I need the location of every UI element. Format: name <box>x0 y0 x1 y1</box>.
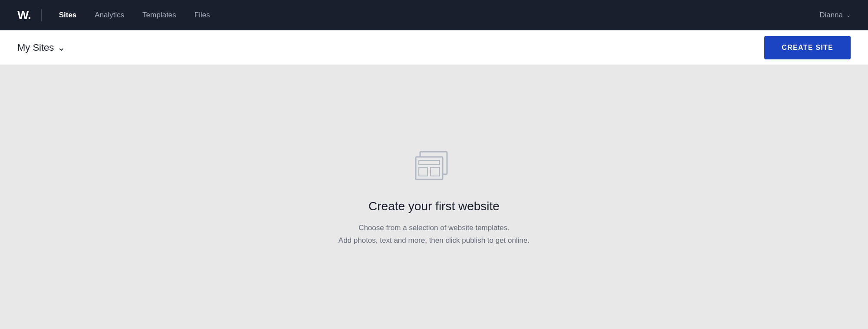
user-name: Dianna <box>819 11 843 20</box>
empty-state-subtitle: Choose from a selection of website templ… <box>339 222 529 247</box>
my-sites-label: My Sites <box>17 42 54 53</box>
website-placeholder-icon <box>412 147 456 186</box>
nav-divider <box>41 9 42 21</box>
nav-item-analytics[interactable]: Analytics <box>88 7 131 23</box>
logo[interactable]: W. <box>17 8 31 22</box>
nav-item-sites[interactable]: Sites <box>52 7 84 23</box>
nav-links: Sites Analytics Templates Files <box>52 7 819 23</box>
nav-item-files[interactable]: Files <box>187 7 217 23</box>
empty-state: Create your first website Choose from a … <box>339 147 529 247</box>
create-site-button[interactable]: CREATE SITE <box>764 36 851 59</box>
subheader: My Sites ⌄ CREATE SITE <box>0 30 868 65</box>
nav-item-templates[interactable]: Templates <box>135 7 183 23</box>
empty-state-title: Create your first website <box>368 199 500 213</box>
chevron-down-icon: ⌄ <box>846 12 851 18</box>
navbar: W. Sites Analytics Templates Files Diann… <box>0 0 868 30</box>
main-content: Create your first website Choose from a … <box>0 65 868 329</box>
my-sites-dropdown[interactable]: My Sites ⌄ <box>17 42 65 53</box>
my-sites-chevron-icon: ⌄ <box>57 42 65 53</box>
user-menu[interactable]: Dianna ⌄ <box>819 11 851 20</box>
